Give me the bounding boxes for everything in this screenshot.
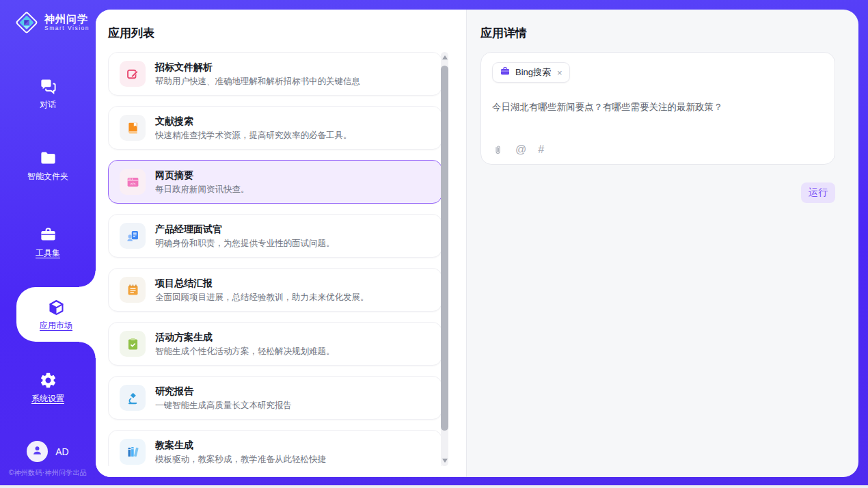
run-button[interactable]: 运行 — [801, 182, 835, 203]
attachment-icon[interactable] — [492, 144, 504, 156]
app-description: 快速精准查找学术资源，提高研究效率的必备工具。 — [155, 131, 352, 141]
microscope-icon — [120, 385, 146, 411]
book-icon — [120, 115, 146, 141]
app-card-microscope[interactable]: 研究报告一键智能生成高质量长文本研究报告 — [108, 376, 442, 420]
app-list-title: 应用列表 — [108, 26, 466, 41]
hash-icon[interactable]: # — [538, 144, 544, 156]
chip-close-icon[interactable]: × — [557, 68, 562, 78]
app-title: 研究报告 — [155, 385, 292, 397]
sidebar-item-label: 应用市场 — [40, 321, 72, 330]
app-card-clipboard[interactable]: 活动方案生成智能生成个性化活动方案，轻松解决规划难题。 — [108, 322, 442, 366]
app-detail-title: 应用详情 — [480, 26, 835, 41]
sidebar-item-label: 工具集 — [36, 248, 60, 258]
scroll-down-icon[interactable] — [442, 459, 448, 463]
user-icon — [31, 444, 44, 459]
sidebar-item-chat[interactable]: 对话 — [0, 77, 96, 109]
scrollbar[interactable] — [441, 52, 448, 466]
app-card-book[interactable]: 文献搜索快速精准查找学术资源，提高研究效率的必备工具。 — [108, 106, 442, 150]
app-title: 招标文件解析 — [155, 62, 360, 73]
brand-logo: 神州问学 Smart Vision — [14, 10, 90, 36]
app-title: 文献搜索 — [155, 116, 352, 127]
brand-text: 神州问学 Smart Vision — [44, 13, 90, 32]
books-icon — [120, 439, 146, 465]
brand-diamond-icon — [14, 10, 40, 36]
doc-edit-icon — [120, 61, 146, 87]
app-card-webpage[interactable]: </>网页摘要每日政府新闻资讯快查。 — [108, 160, 442, 204]
gear-icon — [39, 371, 57, 390]
svg-text:</>: </> — [130, 181, 136, 185]
interviewer-icon — [120, 223, 146, 249]
app-title: 产品经理面试官 — [155, 223, 335, 235]
app-card-interviewer[interactable]: 产品经理面试官明确身份和职责，为您提供专业性的面试问题。 — [108, 214, 442, 258]
avatar — [27, 441, 48, 462]
app-detail-panel: 应用详情 Bing搜索 × 今日湖北有哪些新闻要点？有哪些需要关注的最新政策？ … — [467, 10, 858, 477]
scroll-up-icon[interactable] — [442, 55, 448, 59]
chat-icon — [39, 77, 57, 96]
app-title: 教案生成 — [155, 439, 326, 451]
sidebar: 神州问学 Smart Vision 对话智能文件夹工具集应用市场系统设置 AD … — [0, 0, 96, 485]
sidebar-item-toolbox[interactable]: 工具集 — [0, 226, 96, 258]
app-description: 全面回顾项目进展，总结经验教训，助力未来优化发展。 — [155, 293, 369, 303]
app-description: 模板驱动，教案秒成，教学准备从此轻松快捷 — [155, 455, 326, 465]
prompt-text[interactable]: 今日湖北有哪些新闻要点？有哪些需要关注的最新政策？ — [492, 100, 824, 113]
prompt-card: Bing搜索 × 今日湖北有哪些新闻要点？有哪些需要关注的最新政策？ @# — [480, 52, 835, 165]
brand-name: 神州问学 — [44, 13, 90, 25]
app-description: 明确身份和职责，为您提供专业性的面试问题。 — [155, 239, 335, 249]
app-title: 项目总结汇报 — [155, 277, 369, 289]
webpage-icon: </> — [120, 169, 146, 195]
app-list: 招标文件解析帮助用户快速、准确地理解和解析招标书中的关键信息文献搜索快速精准查找… — [108, 52, 442, 466]
sidebar-item-folder[interactable]: 智能文件夹 — [0, 149, 96, 181]
main-content: 应用列表 招标文件解析帮助用户快速、准确地理解和解析招标书中的关键信息文献搜索快… — [96, 10, 858, 477]
app-card-note[interactable]: 项目总结汇报全面回顾项目进展，总结经验教训，助力未来优化发展。 — [108, 268, 442, 312]
sidebar-item-label: 对话 — [40, 100, 56, 109]
scrollbar-thumb[interactable] — [441, 66, 448, 431]
tool-chip-label: Bing搜索 — [515, 66, 551, 79]
note-icon — [120, 277, 146, 303]
app-card-doc-edit[interactable]: 招标文件解析帮助用户快速、准确地理解和解析招标书中的关键信息 — [108, 52, 442, 96]
app-description: 每日政府新闻资讯快查。 — [155, 185, 249, 195]
sidebar-item-gear[interactable]: 系统设置 — [0, 371, 96, 403]
app-card-books[interactable]: 教案生成模板驱动，教案秒成，教学准备从此轻松快捷 — [108, 430, 442, 466]
briefcase-icon — [500, 66, 511, 79]
app-list-panel: 应用列表 招标文件解析帮助用户快速、准确地理解和解析招标书中的关键信息文献搜索快… — [96, 10, 467, 477]
folder-icon — [39, 149, 57, 167]
composer-toolbar: @# — [492, 144, 544, 156]
copyright: ©神州数码·神州问学出品 — [0, 468, 96, 478]
clipboard-icon — [120, 331, 146, 357]
app-window: 神州问学 Smart Vision 对话智能文件夹工具集应用市场系统设置 AD … — [0, 0, 868, 488]
tool-chip-bing[interactable]: Bing搜索 × — [492, 62, 570, 83]
app-title: 网页摘要 — [155, 170, 249, 181]
brand-subtitle: Smart Vision — [44, 25, 90, 32]
run-row: 运行 — [480, 182, 835, 203]
app-description: 帮助用户快速、准确地理解和解析招标书中的关键信息 — [155, 77, 360, 87]
toolbox-icon — [39, 226, 57, 244]
sidebar-item-cube[interactable]: 应用市场 — [16, 287, 96, 342]
app-description: 智能生成个性化活动方案，轻松解决规划难题。 — [155, 347, 335, 357]
user-account[interactable]: AD — [0, 441, 96, 462]
sidebar-item-label: 系统设置 — [31, 394, 64, 403]
app-description: 一键智能生成高质量长文本研究报告 — [155, 401, 292, 411]
user-name: AD — [55, 446, 68, 457]
bottom-strip — [0, 485, 868, 488]
sidebar-item-label: 智能文件夹 — [27, 172, 68, 181]
mention-icon[interactable]: @ — [515, 144, 526, 156]
cube-icon — [47, 299, 66, 317]
app-title: 活动方案生成 — [155, 331, 335, 343]
